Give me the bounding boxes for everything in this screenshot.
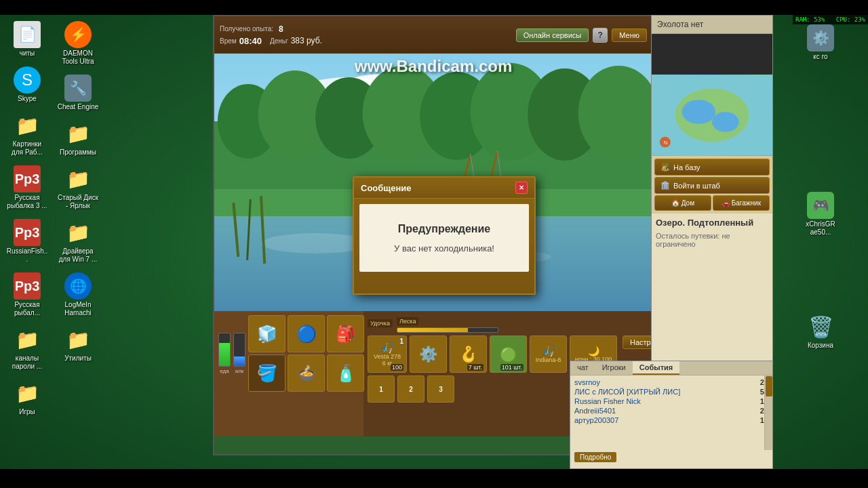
modal-title: Сообщение [361,183,412,193]
modal-body: Предупреждение У вас нет холодильника! [359,204,529,272]
modal-message: У вас нет холодильника! [394,243,494,253]
desktop: RAM: 53% CPU: 23% 📄 читы S Skype 📁 Карти… [0,0,868,488]
modal-close-btn[interactable]: × [515,182,528,194]
modal-titlebar: Сообщение × [354,178,534,199]
modal-warning-title: Предупреждение [398,223,490,235]
modal-overlay: Сообщение × Предупреждение У вас нет хол… [0,0,868,488]
modal-dialog: Сообщение × Предупреждение У вас нет хол… [353,176,536,295]
